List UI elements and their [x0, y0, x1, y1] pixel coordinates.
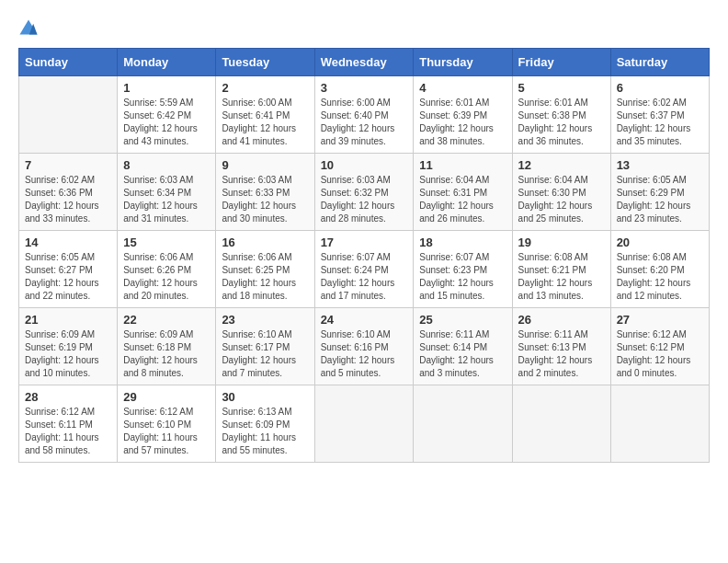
- calendar-cell: 14Sunrise: 6:05 AM Sunset: 6:27 PM Dayli…: [19, 231, 118, 308]
- calendar-cell: [512, 385, 610, 463]
- day-info: Sunrise: 6:10 AM Sunset: 6:16 PM Dayligh…: [321, 328, 408, 380]
- calendar-cell: [314, 385, 414, 463]
- calendar-cell: 16Sunrise: 6:06 AM Sunset: 6:25 PM Dayli…: [216, 231, 314, 308]
- calendar-table: SundayMondayTuesdayWednesdayThursdayFrid…: [18, 48, 710, 463]
- calendar-cell: 8Sunrise: 6:03 AM Sunset: 6:34 PM Daylig…: [118, 154, 216, 231]
- calendar-cell: 21Sunrise: 6:09 AM Sunset: 6:19 PM Dayli…: [19, 308, 118, 385]
- calendar-cell: 20Sunrise: 6:08 AM Sunset: 6:20 PM Dayli…: [610, 231, 709, 308]
- day-info: Sunrise: 6:03 AM Sunset: 6:34 PM Dayligh…: [123, 174, 210, 225]
- page-header: [18, 18, 710, 39]
- day-number: 2: [222, 81, 308, 95]
- day-info: Sunrise: 6:03 AM Sunset: 6:33 PM Dayligh…: [222, 174, 308, 225]
- day-number: 6: [617, 81, 703, 95]
- day-number: 16: [222, 236, 308, 249]
- day-number: 21: [25, 313, 111, 327]
- logo-icon: [18, 18, 39, 39]
- calendar-cell: 3Sunrise: 6:00 AM Sunset: 6:40 PM Daylig…: [314, 76, 414, 154]
- calendar-cell: [19, 76, 118, 154]
- day-number: 8: [123, 158, 210, 172]
- calendar-cell: 17Sunrise: 6:07 AM Sunset: 6:24 PM Dayli…: [314, 231, 414, 308]
- day-info: Sunrise: 6:10 AM Sunset: 6:17 PM Dayligh…: [222, 328, 308, 380]
- day-info: Sunrise: 6:12 AM Sunset: 6:11 PM Dayligh…: [25, 406, 111, 457]
- calendar-cell: 29Sunrise: 6:12 AM Sunset: 6:10 PM Dayli…: [118, 385, 216, 463]
- day-info: Sunrise: 6:13 AM Sunset: 6:09 PM Dayligh…: [222, 406, 308, 457]
- calendar-cell: 24Sunrise: 6:10 AM Sunset: 6:16 PM Dayli…: [314, 308, 414, 385]
- calendar-cell: 19Sunrise: 6:08 AM Sunset: 6:21 PM Dayli…: [512, 231, 610, 308]
- day-number: 14: [25, 236, 111, 249]
- day-number: 30: [222, 390, 308, 404]
- col-header-friday: Friday: [512, 49, 610, 76]
- day-info: Sunrise: 6:05 AM Sunset: 6:27 PM Dayligh…: [25, 251, 111, 303]
- calendar-cell: 6Sunrise: 6:02 AM Sunset: 6:37 PM Daylig…: [610, 76, 709, 154]
- calendar-cell: 2Sunrise: 6:00 AM Sunset: 6:41 PM Daylig…: [216, 76, 314, 154]
- day-number: 22: [123, 313, 210, 327]
- col-header-sunday: Sunday: [19, 49, 118, 76]
- calendar-cell: 7Sunrise: 6:02 AM Sunset: 6:36 PM Daylig…: [19, 154, 118, 231]
- week-row: 14Sunrise: 6:05 AM Sunset: 6:27 PM Dayli…: [19, 231, 710, 308]
- calendar-cell: 12Sunrise: 6:04 AM Sunset: 6:30 PM Dayli…: [512, 154, 610, 231]
- calendar-cell: 22Sunrise: 6:09 AM Sunset: 6:18 PM Dayli…: [118, 308, 216, 385]
- day-info: Sunrise: 6:00 AM Sunset: 6:41 PM Dayligh…: [222, 97, 308, 148]
- day-info: Sunrise: 6:00 AM Sunset: 6:40 PM Dayligh…: [321, 97, 408, 148]
- day-number: 29: [123, 390, 210, 404]
- calendar-cell: 11Sunrise: 6:04 AM Sunset: 6:31 PM Dayli…: [414, 154, 512, 231]
- day-info: Sunrise: 6:12 AM Sunset: 6:12 PM Dayligh…: [617, 328, 703, 380]
- header-row: SundayMondayTuesdayWednesdayThursdayFrid…: [19, 49, 710, 76]
- col-header-monday: Monday: [118, 49, 216, 76]
- day-number: 19: [518, 236, 605, 249]
- day-number: 12: [518, 158, 605, 172]
- day-info: Sunrise: 5:59 AM Sunset: 6:42 PM Dayligh…: [123, 97, 210, 148]
- calendar-cell: 15Sunrise: 6:06 AM Sunset: 6:26 PM Dayli…: [118, 231, 216, 308]
- calendar-cell: 23Sunrise: 6:10 AM Sunset: 6:17 PM Dayli…: [216, 308, 314, 385]
- calendar-cell: 18Sunrise: 6:07 AM Sunset: 6:23 PM Dayli…: [414, 231, 512, 308]
- week-row: 1Sunrise: 5:59 AM Sunset: 6:42 PM Daylig…: [19, 76, 710, 154]
- logo: [18, 18, 42, 39]
- calendar-cell: 9Sunrise: 6:03 AM Sunset: 6:33 PM Daylig…: [216, 154, 314, 231]
- calendar-cell: 28Sunrise: 6:12 AM Sunset: 6:11 PM Dayli…: [19, 385, 118, 463]
- day-number: 7: [25, 158, 111, 172]
- day-info: Sunrise: 6:02 AM Sunset: 6:36 PM Dayligh…: [25, 174, 111, 225]
- day-info: Sunrise: 6:07 AM Sunset: 6:24 PM Dayligh…: [321, 251, 408, 303]
- day-number: 5: [518, 81, 605, 95]
- day-number: 1: [123, 81, 210, 95]
- day-info: Sunrise: 6:04 AM Sunset: 6:31 PM Dayligh…: [419, 174, 506, 225]
- day-number: 27: [617, 313, 703, 327]
- day-number: 23: [222, 313, 308, 327]
- week-row: 28Sunrise: 6:12 AM Sunset: 6:11 PM Dayli…: [19, 385, 710, 463]
- day-number: 13: [617, 158, 703, 172]
- day-number: 26: [518, 313, 605, 327]
- day-number: 24: [321, 313, 408, 327]
- calendar-cell: 5Sunrise: 6:01 AM Sunset: 6:38 PM Daylig…: [512, 76, 610, 154]
- day-number: 9: [222, 158, 308, 172]
- day-info: Sunrise: 6:01 AM Sunset: 6:38 PM Dayligh…: [518, 97, 605, 148]
- calendar-cell: 25Sunrise: 6:11 AM Sunset: 6:14 PM Dayli…: [414, 308, 512, 385]
- day-info: Sunrise: 6:02 AM Sunset: 6:37 PM Dayligh…: [617, 97, 703, 148]
- col-header-tuesday: Tuesday: [216, 49, 314, 76]
- day-info: Sunrise: 6:07 AM Sunset: 6:23 PM Dayligh…: [419, 251, 506, 303]
- week-row: 21Sunrise: 6:09 AM Sunset: 6:19 PM Dayli…: [19, 308, 710, 385]
- col-header-thursday: Thursday: [414, 49, 512, 76]
- calendar-cell: [610, 385, 709, 463]
- calendar-cell: 4Sunrise: 6:01 AM Sunset: 6:39 PM Daylig…: [414, 76, 512, 154]
- day-number: 18: [419, 236, 506, 249]
- day-info: Sunrise: 6:04 AM Sunset: 6:30 PM Dayligh…: [518, 174, 605, 225]
- day-number: 28: [25, 390, 111, 404]
- calendar-cell: 13Sunrise: 6:05 AM Sunset: 6:29 PM Dayli…: [610, 154, 709, 231]
- col-header-saturday: Saturday: [610, 49, 709, 76]
- calendar-cell: 30Sunrise: 6:13 AM Sunset: 6:09 PM Dayli…: [216, 385, 314, 463]
- day-info: Sunrise: 6:11 AM Sunset: 6:13 PM Dayligh…: [518, 328, 605, 380]
- day-info: Sunrise: 6:06 AM Sunset: 6:26 PM Dayligh…: [123, 251, 210, 303]
- day-number: 3: [321, 81, 408, 95]
- day-number: 20: [617, 236, 703, 249]
- day-info: Sunrise: 6:09 AM Sunset: 6:19 PM Dayligh…: [25, 328, 111, 380]
- calendar-cell: 27Sunrise: 6:12 AM Sunset: 6:12 PM Dayli…: [610, 308, 709, 385]
- col-header-wednesday: Wednesday: [314, 49, 414, 76]
- day-info: Sunrise: 6:05 AM Sunset: 6:29 PM Dayligh…: [617, 174, 703, 225]
- calendar-cell: [414, 385, 512, 463]
- calendar-cell: 10Sunrise: 6:03 AM Sunset: 6:32 PM Dayli…: [314, 154, 414, 231]
- day-number: 17: [321, 236, 408, 249]
- day-info: Sunrise: 6:01 AM Sunset: 6:39 PM Dayligh…: [419, 97, 506, 148]
- day-info: Sunrise: 6:11 AM Sunset: 6:14 PM Dayligh…: [419, 328, 506, 380]
- week-row: 7Sunrise: 6:02 AM Sunset: 6:36 PM Daylig…: [19, 154, 710, 231]
- day-info: Sunrise: 6:12 AM Sunset: 6:10 PM Dayligh…: [123, 406, 210, 457]
